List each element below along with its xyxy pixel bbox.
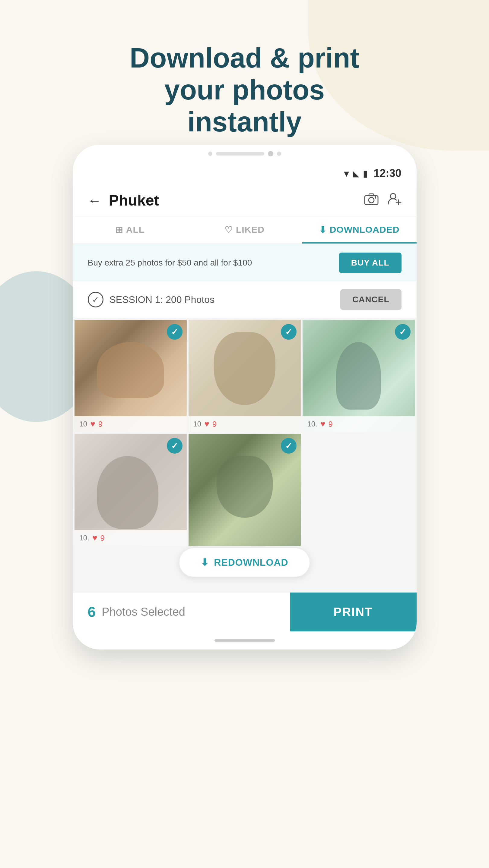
heart-outline-icon: ♡ xyxy=(225,224,233,235)
signal-icon: ◣ xyxy=(353,168,359,179)
like-count-2: 9 xyxy=(212,420,217,429)
photo-check-3: ✓ xyxy=(395,324,410,340)
photo-check-2: ✓ xyxy=(281,324,296,340)
battery-icon: ▮ xyxy=(363,168,368,179)
session-count: 200 Photos xyxy=(166,294,214,305)
photo-cell-2[interactable]: ✓ 10 ♥ 9 xyxy=(189,320,301,432)
svg-rect-2 xyxy=(369,194,374,196)
selected-count: 6 xyxy=(88,604,96,620)
hero-section: Download & print your photos instantly xyxy=(0,42,489,138)
phone-home-bar xyxy=(214,639,275,642)
photo-num-4: 10. xyxy=(79,534,89,542)
download-tab-icon: ⬇ xyxy=(319,224,327,235)
redownload-icon: ⬇ xyxy=(201,557,209,568)
phone-dot xyxy=(277,152,281,156)
add-person-icon[interactable] xyxy=(387,192,402,209)
photo-cell-1[interactable]: ✓ 10 ♥ 9 xyxy=(75,320,187,432)
photo-footer-4: 10. ♥ 9 xyxy=(75,530,187,546)
phone-sensor xyxy=(208,152,212,156)
photo-cell-5[interactable]: ✓ xyxy=(189,434,301,546)
page-title: Phuket xyxy=(109,192,364,209)
photo-cell-4[interactable]: ✓ 10. ♥ 9 xyxy=(75,434,187,546)
session-header: ✓ SESSION 1: 200 Photos CANCEL xyxy=(73,281,416,318)
tabs-bar: ⊞ ALL ♡ LIKED ⬇ DOWNLOADED xyxy=(73,217,416,244)
redownload-label: REDOWNLOAD xyxy=(214,557,288,568)
photo-footer-3: 10. ♥ 9 xyxy=(303,416,415,432)
phone-camera xyxy=(268,151,273,156)
status-bar: ▾ ◣ ▮ 12:30 xyxy=(73,163,416,184)
photo-check-5: ✓ xyxy=(281,438,296,454)
tab-all-label: ALL xyxy=(126,224,144,235)
hero-heading: Download & print your photos instantly xyxy=(109,42,380,138)
tab-all[interactable]: ⊞ ALL xyxy=(73,217,187,244)
photo-check-1: ✓ xyxy=(167,324,182,340)
tab-downloaded[interactable]: ⬇ DOWNLOADED xyxy=(302,217,416,244)
session-title: SESSION 1: xyxy=(110,294,163,305)
selected-label: Photos Selected xyxy=(102,606,185,618)
phone-mockup: ▾ ◣ ▮ 12:30 ← Phuket i xyxy=(73,145,416,650)
session-check-icon: ✓ xyxy=(88,292,104,307)
tab-liked-label: LIKED xyxy=(236,224,264,235)
photo-cell-empty xyxy=(303,434,415,546)
heart-icon-1: ♥ xyxy=(90,419,95,429)
status-time: 12:30 xyxy=(373,167,401,180)
redownload-section: ⬇ REDOWNLOAD xyxy=(73,548,416,592)
buy-banner: Buy extra 25 photos for $50 and all for … xyxy=(73,244,416,281)
svg-text:i: i xyxy=(375,195,376,199)
cancel-button[interactable]: CANCEL xyxy=(340,289,402,310)
photo-grid-bottom: ✓ 10. ♥ 9 ✓ xyxy=(73,434,416,548)
photo-num-2: 10 xyxy=(193,420,202,428)
heart-icon-2: ♥ xyxy=(204,419,209,429)
like-count-1: 9 xyxy=(98,420,103,429)
phone-speaker xyxy=(216,152,264,156)
header-icons: i xyxy=(364,192,402,209)
like-count-3: 9 xyxy=(328,420,333,429)
like-count-4: 9 xyxy=(100,533,105,543)
buy-all-button[interactable]: BUY ALL xyxy=(339,253,402,273)
photo-num-1: 10 xyxy=(79,420,87,428)
phone-bottom xyxy=(73,631,416,650)
camera-info-icon[interactable]: i xyxy=(364,192,379,209)
all-grid-icon: ⊞ xyxy=(115,224,123,235)
photo-grid: ✓ 10 ♥ 9 ✓ 10 ♥ 9 ✓ 10. ♥ 9 xyxy=(73,318,416,434)
buy-text: Buy extra 25 photos for $50 and all for … xyxy=(88,258,252,268)
photo-num-3: 10. xyxy=(308,420,317,428)
bottom-bar: 6 Photos Selected PRINT xyxy=(73,592,416,631)
photos-selected-section: 6 Photos Selected xyxy=(73,604,290,620)
phone-top-bar xyxy=(73,145,416,163)
photo-footer-1: 10 ♥ 9 xyxy=(75,416,187,432)
back-button[interactable]: ← xyxy=(88,192,102,209)
redownload-button[interactable]: ⬇ REDOWNLOAD xyxy=(179,548,310,577)
wifi-icon: ▾ xyxy=(344,167,349,179)
status-icons: ▾ ◣ ▮ xyxy=(344,167,368,179)
app-header: ← Phuket i xyxy=(73,184,416,217)
heart-icon-3: ♥ xyxy=(320,419,325,429)
photo-check-4: ✓ xyxy=(167,438,182,454)
photo-cell-3[interactable]: ✓ 10. ♥ 9 xyxy=(303,320,415,432)
session-label: SESSION 1: 200 Photos xyxy=(110,294,334,305)
tab-downloaded-label: DOWNLOADED xyxy=(330,224,400,235)
svg-point-4 xyxy=(390,193,396,199)
photo-footer-2: 10 ♥ 9 xyxy=(189,416,301,432)
heart-icon-4: ♥ xyxy=(92,533,97,543)
svg-point-1 xyxy=(369,197,374,203)
tab-liked[interactable]: ♡ LIKED xyxy=(187,217,302,244)
print-button[interactable]: PRINT xyxy=(290,592,416,631)
